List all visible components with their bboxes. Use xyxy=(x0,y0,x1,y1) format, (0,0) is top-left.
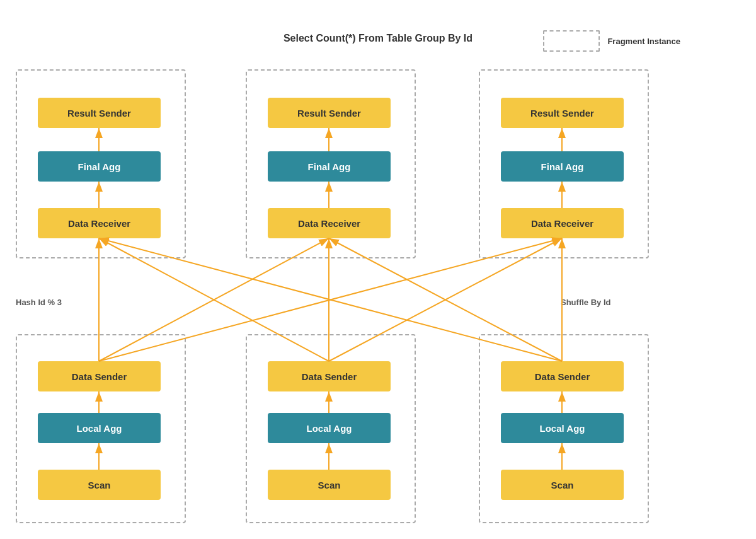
bottom-middle-local-agg: Local Agg xyxy=(268,413,391,443)
top-left-result-sender: Result Sender xyxy=(38,98,161,128)
top-middle-final-agg: Final Agg xyxy=(268,151,391,182)
top-left-data-receiver: Data Receiver xyxy=(38,208,161,238)
top-middle-data-receiver: Data Receiver xyxy=(268,208,391,238)
bottom-left-scan: Scan xyxy=(38,470,161,500)
top-right-final-agg: Final Agg xyxy=(501,151,624,182)
page-title: Select Count(*) From Table Group By Id xyxy=(284,33,472,44)
top-left-final-agg: Final Agg xyxy=(38,151,161,182)
legend-label: Fragment Instance xyxy=(607,37,680,46)
top-right-data-receiver: Data Receiver xyxy=(501,208,624,238)
legend-rect xyxy=(543,30,600,52)
hash-id-label: Hash Id % 3 xyxy=(16,298,62,307)
top-middle-result-sender: Result Sender xyxy=(268,98,391,128)
top-right-result-sender: Result Sender xyxy=(501,98,624,128)
bottom-middle-scan: Scan xyxy=(268,470,391,500)
bottom-right-scan: Scan xyxy=(501,470,624,500)
legend: Fragment Instance xyxy=(543,30,680,52)
bottom-right-local-agg: Local Agg xyxy=(501,413,624,443)
bottom-left-local-agg: Local Agg xyxy=(38,413,161,443)
shuffle-by-label: Shuffle By Id xyxy=(561,298,610,307)
bottom-middle-data-sender: Data Sender xyxy=(268,361,391,391)
bottom-right-data-sender: Data Sender xyxy=(501,361,624,391)
bottom-left-data-sender: Data Sender xyxy=(38,361,161,391)
